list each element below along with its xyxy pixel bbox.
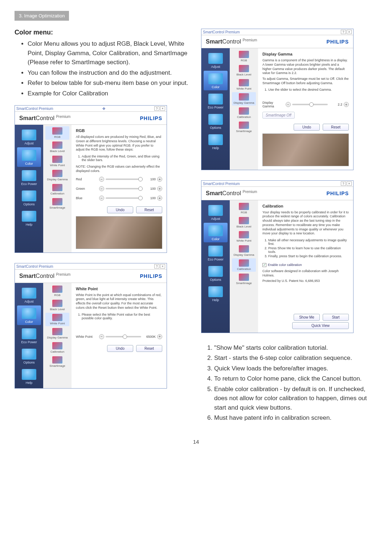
- plus-icon[interactable]: +: [157, 196, 162, 201]
- sub-rgb[interactable]: RGB: [232, 50, 256, 63]
- sub-white[interactable]: White Point: [232, 230, 256, 243]
- nav-options[interactable]: Options: [17, 188, 41, 208]
- minus-icon[interactable]: −: [99, 186, 104, 191]
- sub-calib[interactable]: Calibration: [45, 183, 69, 196]
- sub-rgb[interactable]: RGB: [45, 284, 69, 298]
- plus-icon[interactable]: +: [157, 334, 162, 339]
- nav-adjust[interactable]: Adjust: [204, 202, 228, 222]
- minus-icon[interactable]: −: [99, 177, 104, 182]
- start-button[interactable]: Start: [323, 314, 349, 321]
- submenu: RGB Black Level White Point Display Gamm…: [230, 200, 258, 333]
- move-icon[interactable]: ✥: [53, 107, 154, 111]
- sub-gamma[interactable]: Display Gamma: [45, 169, 69, 182]
- sub-white[interactable]: White Point: [232, 78, 256, 91]
- slider-gamma[interactable]: Display Gamma − 2.2 +: [262, 101, 349, 108]
- reset-button[interactable]: Reset: [323, 124, 349, 131]
- help-icon[interactable]: ?: [154, 106, 159, 111]
- nav-help[interactable]: Help: [17, 208, 41, 228]
- nav-adjust[interactable]: Adjust: [17, 285, 41, 305]
- smartcontrol-whitepoint-window: SmartControl Premium ? × SmartControl Pr…: [15, 263, 167, 388]
- nav-adjust[interactable]: Adjust: [17, 127, 41, 147]
- minus-icon[interactable]: −: [286, 102, 291, 107]
- sub-gamma[interactable]: Display Gamma: [45, 327, 69, 340]
- close-icon[interactable]: ×: [347, 30, 352, 34]
- panel-title: Calibration: [262, 204, 349, 208]
- sub-smart[interactable]: SmartImage: [45, 197, 69, 210]
- sub-white[interactable]: White Point: [45, 313, 69, 326]
- sub-white[interactable]: White Point: [45, 155, 69, 168]
- titlebar: SmartControl Premium ✥ ? ×: [15, 106, 167, 112]
- sub-black[interactable]: Black Level: [45, 140, 69, 154]
- slider-green[interactable]: Green − 100 +: [76, 186, 162, 191]
- sub-black[interactable]: Black Level: [232, 216, 256, 229]
- nav-color[interactable]: Color: [204, 71, 228, 90]
- panel-step: Press Show Me to learn how to use the ca…: [268, 246, 349, 254]
- checkbox-icon[interactable]: ✓: [262, 263, 266, 267]
- showme-button[interactable]: Show Me: [294, 314, 320, 321]
- nav-help[interactable]: Help: [17, 366, 41, 386]
- sub-calib[interactable]: Calibration: [232, 258, 256, 272]
- sidebar: Adjust Color Eco Power Options Help: [201, 200, 230, 333]
- sub-smart[interactable]: SmartImage: [232, 272, 256, 286]
- minus-icon[interactable]: −: [99, 334, 104, 339]
- minus-icon[interactable]: −: [99, 196, 104, 201]
- panel-desc: To adjust Gamma, SmartImage must be set …: [262, 77, 349, 85]
- panel-title: White Point: [76, 287, 162, 291]
- nav-color[interactable]: Color: [204, 223, 228, 242]
- nav-eco[interactable]: Eco Power: [204, 243, 228, 263]
- sub-rgb[interactable]: RGB: [232, 202, 256, 215]
- sub-calib[interactable]: Calibration: [45, 341, 69, 354]
- undo-button[interactable]: Undo: [107, 345, 133, 352]
- sub-gamma[interactable]: Display Gamma: [232, 92, 256, 106]
- slider-blue[interactable]: Blue − 100 +: [76, 196, 162, 201]
- nav-help[interactable]: Help: [204, 284, 228, 303]
- reset-button[interactable]: Reset: [136, 345, 162, 352]
- nav-eco[interactable]: Eco Power: [204, 91, 228, 111]
- help-icon[interactable]: ?: [154, 264, 159, 268]
- nav-options[interactable]: Options: [204, 111, 228, 131]
- slider-red[interactable]: Red − 100 +: [76, 177, 162, 182]
- panel-desc: Color software designed in collaboration…: [262, 269, 349, 278]
- undo-button[interactable]: Undo: [294, 124, 320, 131]
- panel-step: Please select the White Point value for …: [82, 313, 162, 320]
- quickview-button[interactable]: Quick View: [292, 322, 349, 329]
- nav-color[interactable]: Color: [17, 305, 41, 325]
- help-icon[interactable]: ?: [341, 30, 346, 34]
- sub-rgb[interactable]: RGB: [45, 126, 69, 140]
- sub-smart[interactable]: SmartImage: [45, 355, 69, 369]
- list-item: Quick View loads the before/after images…: [214, 364, 377, 373]
- close-icon[interactable]: ×: [160, 106, 165, 111]
- philips-logo: PHILIPS: [327, 190, 349, 196]
- sub-gamma[interactable]: Display Gamma: [232, 244, 256, 258]
- nav-adjust[interactable]: Adjust: [204, 50, 228, 70]
- close-icon[interactable]: ×: [160, 264, 165, 268]
- plus-icon[interactable]: +: [157, 186, 162, 191]
- plus-icon[interactable]: +: [344, 102, 349, 107]
- nav-options[interactable]: Options: [204, 263, 228, 283]
- brand-text: SmartControl Premium: [19, 272, 70, 279]
- sub-black[interactable]: Black Level: [232, 64, 256, 77]
- sub-black[interactable]: Black Level: [45, 299, 69, 312]
- nav-help[interactable]: Help: [204, 132, 228, 151]
- titlebar: SmartControl Premium ? ×: [201, 181, 353, 187]
- nav-eco[interactable]: Eco Power: [17, 326, 41, 345]
- titlebar: SmartControl Premium ? ×: [15, 263, 167, 270]
- panel-note: NOTE: Changing the RGB values can advers…: [76, 165, 162, 173]
- nav-eco[interactable]: Eco Power: [17, 168, 41, 187]
- plus-icon[interactable]: +: [157, 177, 162, 182]
- close-icon[interactable]: ×: [347, 181, 352, 186]
- smartimage-off-button[interactable]: SmartImage Off: [262, 112, 295, 119]
- enable-calibration-checkbox[interactable]: ✓ Enable color calibration: [262, 263, 349, 267]
- brand-text: SmartControl Premium: [206, 190, 257, 197]
- sub-calib[interactable]: Calibration: [232, 106, 256, 120]
- slider-whitepoint[interactable]: White Point − 6500K +: [76, 334, 162, 339]
- reset-button[interactable]: Reset: [136, 206, 162, 213]
- sub-smart[interactable]: SmartImage: [232, 120, 256, 134]
- smartcontrol-gamma-window: SmartControl Premium ? × SmartControl Pr…: [201, 29, 354, 170]
- undo-button[interactable]: Undo: [107, 206, 133, 213]
- help-icon[interactable]: ?: [341, 181, 346, 186]
- nav-color[interactable]: Color: [17, 147, 41, 167]
- left-column: Color menu: Color Menu allows you to adj…: [15, 29, 191, 430]
- page-number: 14: [15, 439, 377, 445]
- nav-options[interactable]: Options: [17, 346, 41, 366]
